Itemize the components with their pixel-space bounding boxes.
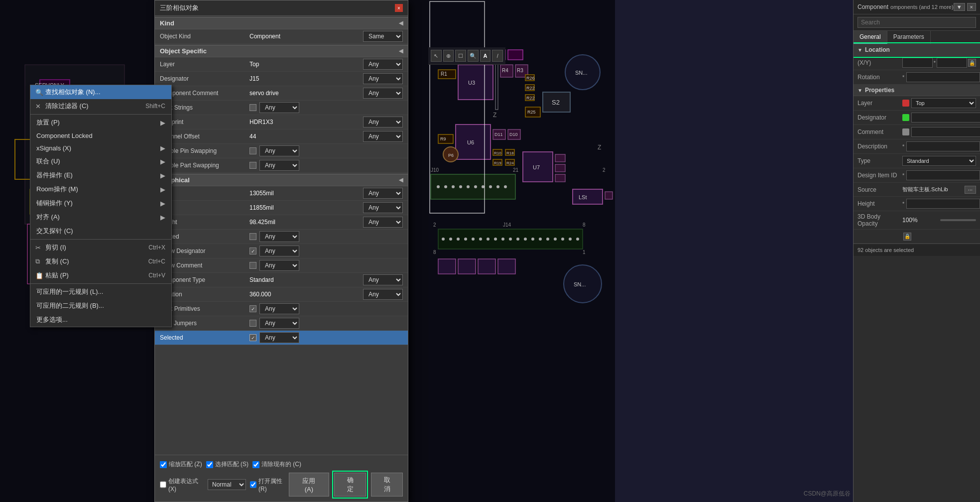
context-menu-item-unary-rules[interactable]: 可应用的一元规则 (L)... — [30, 285, 171, 299]
context-menu-item-component-op[interactable]: 器件操作 (E) ▶ — [30, 168, 171, 182]
dialog-close-button[interactable]: × — [395, 4, 403, 12]
props-tab-general[interactable]: General — [854, 31, 887, 44]
designator-dropdown[interactable]: AnySame — [363, 73, 403, 84]
cancel-button[interactable]: 取消 — [371, 473, 403, 497]
kind-expand-icon[interactable]: ◀ — [399, 20, 403, 26]
layer-prop-dropdown[interactable]: Top Bottom — [911, 98, 976, 108]
toolbar-icon-zoom[interactable]: 🔍 — [468, 50, 479, 62]
context-menu-item-binary-rules[interactable]: 可应用的二元规则 (B)... — [30, 299, 171, 313]
show-comment-dropdown[interactable]: AnySame — [259, 260, 299, 271]
primitive-lock-icon[interactable]: 🔒 — [903, 233, 911, 241]
context-menu-item-component-locked[interactable]: Component Locked — [30, 129, 171, 142]
select-match-checkbox-label[interactable]: 选择匹配 (S) — [206, 460, 248, 469]
props-search-input[interactable] — [858, 17, 976, 28]
clear-existing-checkbox-label[interactable]: 清除现有的 (C) — [252, 460, 301, 469]
open-properties-checkbox-label[interactable]: 打开属性 (R) — [250, 477, 289, 493]
select-match-checkbox[interactable] — [206, 461, 213, 468]
locked-dropdown[interactable]: AnySame — [259, 231, 299, 242]
open-properties-checkbox[interactable] — [250, 481, 256, 488]
context-menu-item-xsignals[interactable]: xSignals (X) ▶ — [30, 142, 171, 154]
x-input[interactable] — [902, 58, 933, 68]
y-input[interactable] — [937, 58, 967, 68]
opacity-slider[interactable] — [940, 219, 976, 221]
layer-dropdown[interactable]: AnySame — [363, 59, 403, 70]
toolbar-icon-line[interactable]: / — [492, 50, 503, 62]
designator-input[interactable] — [911, 113, 980, 123]
location-lock-icon[interactable]: 🔒 — [968, 59, 976, 67]
height-label: Height — [160, 219, 249, 226]
lock-strings-checkbox[interactable] — [249, 104, 256, 111]
context-menu-item-cross-probe[interactable]: 交叉探针 (C) — [30, 224, 171, 238]
svg-point-63 — [504, 185, 507, 188]
rotation-dropdown[interactable]: AnySame — [363, 289, 403, 300]
enable-part-swapping-checkbox[interactable] — [249, 162, 256, 169]
enable-pin-swapping-checkbox[interactable] — [249, 147, 256, 154]
toolbar-icon-move[interactable]: ⊕ — [443, 50, 454, 62]
channel-offset-row: Channel Offset 44 AnySame — [155, 129, 408, 144]
zoom-match-checkbox[interactable] — [160, 461, 167, 468]
comment-input[interactable] — [911, 127, 980, 137]
toolbar-icon-text[interactable]: A — [480, 50, 491, 62]
zoom-match-checkbox-label[interactable]: 缩放匹配 (Z) — [160, 460, 202, 469]
rotation-input[interactable] — [906, 72, 980, 82]
find-similar-icon: 🔍 — [35, 89, 43, 96]
props-close-button[interactable]: × — [967, 3, 976, 11]
context-menu-item-cut[interactable]: ✂ 剪切 (I) Ctrl+X — [30, 241, 171, 254]
toolbar-icon-select[interactable]: ☐ — [455, 50, 466, 62]
svg-point-57 — [459, 185, 462, 188]
source-dots-button[interactable]: ··· — [965, 186, 976, 194]
context-menu-item-copper-op[interactable]: 铺铜操作 (Y) ▶ — [30, 196, 171, 210]
props-tab-parameters[interactable]: Parameters — [887, 31, 931, 44]
footprint-dropdown[interactable]: AnySame — [363, 117, 403, 127]
graphical-expand-icon[interactable]: ◀ — [399, 177, 403, 183]
context-menu-item-copy[interactable]: ⧉ 复制 (C) Ctrl+C — [30, 254, 171, 268]
enable-pin-swapping-dropdown[interactable]: AnySame — [259, 145, 299, 156]
confirm-button[interactable]: 确定 — [334, 473, 366, 497]
enable-part-swapping-dropdown[interactable]: AnySame — [259, 160, 299, 171]
context-menu-item-clear-filter[interactable]: ✕ 清除过滤器 (C) Shift+C — [30, 99, 171, 113]
context-menu-item-align[interactable]: 对齐 (A) ▶ — [30, 210, 171, 224]
object-specific-expand-icon[interactable]: ◀ — [399, 48, 403, 54]
height-input[interactable] — [906, 199, 980, 209]
x1-label: X1 — [160, 190, 249, 197]
type-dropdown[interactable]: Standard Mechanical — [902, 156, 976, 166]
context-menu-item-more[interactable]: 更多选项... — [30, 313, 171, 327]
toolbar-icon-pointer[interactable]: ↖ — [431, 50, 442, 62]
channel-offset-dropdown[interactable]: AnySame — [363, 131, 403, 142]
context-menu-item-union[interactable]: 联合 (U) ▶ — [30, 154, 171, 168]
context-menu-item-room-op[interactable]: Room操作 (M) ▶ — [30, 182, 171, 196]
height-value: 98.425mil — [249, 219, 363, 226]
create-expr-checkbox-label[interactable]: 创建表达式 (X) — [160, 477, 204, 493]
props-filter-button[interactable]: ▼ — [954, 3, 965, 11]
designator-prop-label: Designator — [858, 114, 902, 121]
create-expr-checkbox[interactable] — [160, 481, 166, 488]
x1-dropdown[interactable]: AnySame — [363, 188, 403, 199]
context-menu-item-place[interactable]: 放置 (P) ▶ — [30, 116, 171, 129]
locked-checkbox[interactable] — [249, 233, 256, 240]
height-dropdown[interactable]: AnySame — [363, 217, 403, 228]
context-menu-item-find-similar[interactable]: 🔍 查找相似对象 (N)... — [30, 85, 171, 99]
y1-dropdown[interactable]: AnySame — [363, 202, 403, 213]
lock-primitives-checkbox[interactable] — [249, 305, 256, 312]
normal-dropdown[interactable]: Normal Highlight Select — [208, 479, 246, 490]
show-designator-dropdown[interactable]: AnySame — [259, 246, 299, 256]
component-comment-dropdown[interactable]: AnySame — [363, 88, 403, 99]
lock-primitives-dropdown[interactable]: AnySame — [259, 303, 299, 314]
lock-strings-dropdown[interactable]: AnySame — [259, 102, 299, 113]
description-input[interactable] — [906, 141, 980, 151]
show-comment-checkbox[interactable] — [249, 262, 256, 269]
design-item-input[interactable] — [906, 170, 980, 180]
hide-jumpers-checkbox[interactable] — [249, 320, 256, 327]
kind-object-kind-dropdown[interactable]: SameAny — [363, 31, 403, 42]
component-type-dropdown[interactable]: AnySame — [363, 274, 403, 285]
hide-jumpers-dropdown[interactable]: AnySame — [259, 318, 299, 329]
selected-dropdown[interactable]: AnySame — [259, 332, 299, 343]
apply-button[interactable]: 应用 (A) — [289, 473, 330, 497]
clear-existing-checkbox[interactable] — [252, 461, 259, 468]
location-section-title[interactable]: ▼ Location — [854, 44, 980, 56]
context-menu-item-paste[interactable]: 📋 粘贴 (P) Ctrl+V — [30, 268, 171, 282]
properties-section-title[interactable]: ▼ Properties — [854, 85, 980, 96]
selected-checkbox[interactable] — [249, 334, 256, 341]
svg-rect-22 — [458, 65, 493, 100]
show-designator-checkbox[interactable] — [249, 248, 256, 254]
